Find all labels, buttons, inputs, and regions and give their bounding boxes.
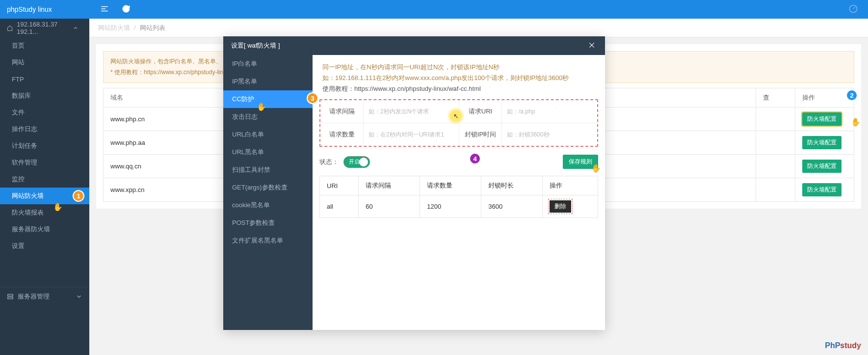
tab-ext-blacklist[interactable]: 文件扩展名黑名单 xyxy=(223,232,313,249)
tip-line: 如：192.168.1.111在2秒内对www.xxx.com/a.php发出1… xyxy=(322,73,595,83)
sidebar-item-home[interactable]: 首页 xyxy=(0,37,89,54)
tip-prefix: 使用教程： xyxy=(322,85,354,92)
status-label: 状态： xyxy=(319,158,339,166)
server-management-label: 服务器管理 xyxy=(18,292,50,301)
rule-block: 3600 xyxy=(481,195,543,218)
menu-toggle-icon[interactable] xyxy=(100,4,109,15)
server-selector[interactable]: 192.168.31.37 192.1... xyxy=(0,19,89,37)
step-badge-4: 4 xyxy=(469,153,481,164)
tab-ip-whitelist[interactable]: IP白名单 xyxy=(223,55,313,73)
sidebar-item-oplog[interactable]: 操作日志 xyxy=(0,121,89,137)
status-toggle[interactable]: 开启 xyxy=(343,156,370,168)
close-icon[interactable] xyxy=(586,40,597,52)
server-label: 192.168.31.37 192.1... xyxy=(17,21,73,35)
rule-count: 1200 xyxy=(420,195,481,218)
config-waf-button[interactable]: 防火墙配置 xyxy=(802,136,842,149)
sidebar-item-label: 网站防火墙 xyxy=(12,191,44,200)
col-interval: 请求间隔 xyxy=(359,176,420,195)
sidebar-item-monitor[interactable]: 监控 xyxy=(0,171,89,188)
sidebar-item-ftp[interactable]: FTP xyxy=(0,71,89,87)
step-badge-1: 1 xyxy=(73,190,84,202)
sidebar-item-cron[interactable]: 计划任务 xyxy=(0,137,89,154)
page-tip-prefix: * 使用教程： xyxy=(110,69,144,76)
svg-rect-5 xyxy=(8,297,13,299)
tab-post-check[interactable]: POST参数检查 xyxy=(223,214,313,232)
label-interval: 请求间隔 xyxy=(320,100,364,123)
app-title: phpStudy linux xyxy=(0,5,89,13)
home-icon xyxy=(7,25,13,31)
cursor-hand-icon: ✋ xyxy=(851,117,860,126)
tab-ip-blacklist[interactable]: IP黑名单 xyxy=(223,73,313,90)
phpstudy-logo: PhPstudy xyxy=(825,341,861,350)
sidebar-item-database[interactable]: 数据库 xyxy=(0,87,89,104)
config-waf-button[interactable]: 防火墙配置 xyxy=(802,112,842,126)
server-management[interactable]: 服务器管理 xyxy=(0,287,89,306)
cc-tip: 同一IP地址，在N秒内请求同一URI超过N次，封锁该IP地址N秒 如：192.1… xyxy=(319,62,598,99)
col-check: 查 xyxy=(756,88,795,108)
modal-title: 设置[ waf防火墙 ] xyxy=(231,41,280,50)
col-action: 操作 2 xyxy=(795,88,854,108)
input-uri[interactable] xyxy=(502,100,597,123)
col-action: 操作 xyxy=(543,176,598,195)
server-icon xyxy=(7,293,14,300)
tip-line: 同一IP地址，在N秒内请求同一URI超过N次，封锁该IP地址N秒 xyxy=(322,62,595,73)
tab-attack-log[interactable]: 攻击日志 xyxy=(223,108,313,126)
breadcrumb: 网站防火墙 / 网站列表 xyxy=(89,19,868,37)
tab-get-args[interactable]: GET(args)参数检查 xyxy=(223,179,313,196)
rules-table: URI 请求间隔 请求数量 封锁时长 操作 all 60 1200 3600 删… xyxy=(319,176,598,218)
sidebar-item-wafreport[interactable]: 防火墙报表 xyxy=(0,204,89,221)
step-badge-2: 2 xyxy=(846,89,858,101)
tab-label: CC防护 xyxy=(232,95,254,104)
col-block: 封锁时长 xyxy=(481,176,543,195)
sidebar-item-serverfw[interactable]: 服务器防火墙 xyxy=(0,221,89,238)
rule-row: all 60 1200 3600 删除 xyxy=(320,195,598,218)
sidebar-item-website[interactable]: 网站 xyxy=(0,54,89,71)
tab-url-blacklist[interactable]: URL黑名单 xyxy=(223,143,313,161)
config-waf-button[interactable]: 防火墙配置 xyxy=(802,183,842,196)
rule-uri: all xyxy=(320,195,359,218)
page-tip-url[interactable]: https://www.xp.cn/phpstudy-lin xyxy=(144,69,223,76)
input-count[interactable] xyxy=(364,123,459,146)
input-block[interactable] xyxy=(502,123,597,146)
cursor-hand-icon: ✋ xyxy=(591,164,600,172)
svg-rect-4 xyxy=(8,294,13,296)
sidebar-item-files[interactable]: 文件 xyxy=(0,104,89,121)
step-badge-3: 3 xyxy=(307,92,318,104)
col-count: 请求数量 xyxy=(420,176,481,195)
waf-settings-modal: 设置[ waf防火墙 ] IP白名单 IP黑名单 CC防护 3 ✋ 攻击日志 U… xyxy=(223,36,605,330)
delete-rule-button[interactable]: 删除 xyxy=(550,200,571,213)
label-uri: 请求URI xyxy=(459,100,502,123)
label-count: 请求数量 xyxy=(320,123,364,146)
breadcrumb-parent[interactable]: 网站防火墙 xyxy=(98,24,130,32)
tab-url-whitelist[interactable]: URL白名单 xyxy=(223,126,313,143)
tab-scan-ban[interactable]: 扫描工具封禁 xyxy=(223,161,313,179)
sidebar-item-waf[interactable]: 网站防火墙 1 ✋ xyxy=(0,188,89,204)
sidebar-item-settings[interactable]: 设置 xyxy=(0,238,89,254)
col-uri: URI xyxy=(320,176,359,195)
dashboard-icon[interactable] xyxy=(848,4,868,15)
config-waf-button[interactable]: 防火墙配置 xyxy=(802,160,842,173)
tab-cookie-blacklist[interactable]: cookie黑名单 xyxy=(223,196,313,214)
sidebar-item-software[interactable]: 软件管理 xyxy=(0,154,89,171)
chevron-down-icon xyxy=(76,293,82,300)
switch-on-text: 开启 xyxy=(349,158,360,165)
label-block: 封锁IP时间 xyxy=(459,123,502,146)
tab-cc-protection[interactable]: CC防护 3 ✋ xyxy=(223,90,313,108)
rule-interval: 60 xyxy=(359,195,420,218)
chevron-up-icon xyxy=(73,25,79,31)
input-interval[interactable] xyxy=(364,100,459,123)
tip-url-link[interactable]: https://www.xp.cn/phpstudy-linux/waf-cc.… xyxy=(354,85,481,92)
switch-knob xyxy=(359,158,368,166)
refresh-icon[interactable] xyxy=(122,4,131,15)
breadcrumb-current: 网站列表 xyxy=(140,24,165,32)
